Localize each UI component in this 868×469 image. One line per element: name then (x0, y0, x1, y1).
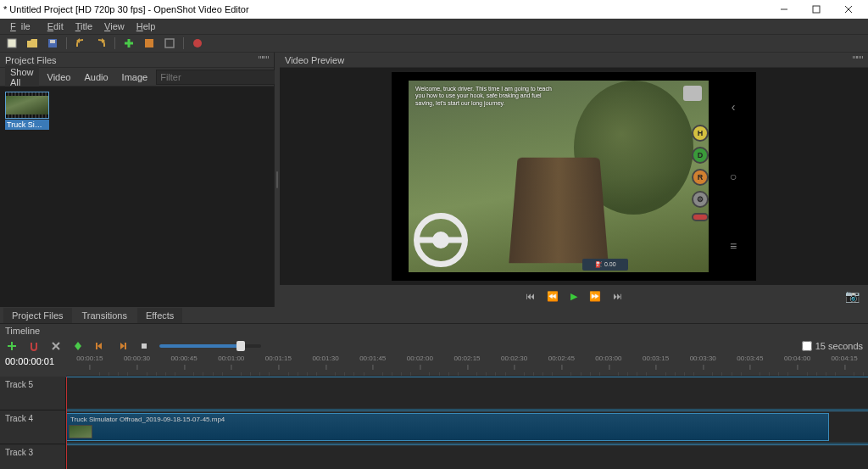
razor-icon[interactable] (49, 339, 63, 353)
filter-audio[interactable]: Audio (79, 70, 113, 84)
timeline-header: Timeline (5, 326, 40, 336)
track-header[interactable]: Track 4 (0, 410, 66, 444)
import-files-icon[interactable] (122, 36, 136, 50)
svg-point-11 (193, 39, 202, 47)
clip-thumbnail (69, 425, 92, 438)
game-d-button: D (692, 147, 709, 164)
dock-icon[interactable] (853, 56, 863, 64)
menu-title[interactable]: Title (70, 20, 97, 32)
new-project-icon[interactable] (5, 36, 19, 50)
snap-checkbox[interactable] (802, 341, 812, 351)
project-files-header: Project Files (5, 55, 57, 65)
add-marker-icon[interactable] (71, 339, 85, 353)
track-row: Track 5 (0, 377, 868, 410)
tab-effects[interactable]: Effects (137, 308, 182, 323)
filter-input[interactable] (156, 70, 281, 85)
fast-forward-icon[interactable]: ⏩ (589, 291, 601, 302)
ruler-tick: 00:03:30 (690, 355, 716, 362)
svg-rect-18 (142, 343, 147, 349)
ruler-tick: 00:03:15 (643, 355, 669, 362)
track-body[interactable]: Truck Simulator Offroad_2019-09-18-15-07… (66, 410, 868, 444)
snap-interval[interactable]: 15 seconds (802, 341, 863, 351)
snapshot-icon[interactable]: 📷 (845, 289, 860, 303)
ruler-tick: 00:00:15 (76, 355, 103, 362)
window-title: * Untitled Project [HD 720p 30 fps] - Op… (3, 4, 249, 14)
timeline-ruler[interactable]: 00:00:1500:00:3000:00:4500:01:0000:01:15… (66, 355, 868, 377)
ruler-tick: 00:01:30 (312, 355, 338, 362)
fullscreen-icon[interactable] (163, 36, 176, 50)
svg-rect-9 (145, 39, 153, 47)
minimize-button[interactable] (768, 0, 800, 19)
ruler-tick: 00:01:00 (218, 355, 244, 362)
maximize-button[interactable] (800, 0, 832, 19)
preview-caption: Welcome, truck driver. This time I am go… (415, 86, 559, 107)
center-playhead-icon[interactable] (137, 339, 151, 353)
ruler-tick: 00:01:15 (265, 355, 292, 362)
filter-video[interactable]: Video (42, 70, 76, 84)
track-body[interactable] (66, 377, 868, 410)
transport-controls: ⏮ ⏪ ▶ ⏩ ⏭ 📷 (280, 285, 868, 307)
timeline-panel: Timeline 15 seconds 00:00:00:01 00:00:15… (0, 324, 868, 469)
prev-marker-icon[interactable] (93, 339, 107, 353)
menu-help[interactable]: Help (131, 20, 161, 32)
menu-edit[interactable]: Edit (42, 20, 69, 32)
tab-transitions[interactable]: Transitions (74, 308, 136, 323)
preview-frame: Welcome, truck driver. This time I am go… (392, 72, 756, 281)
next-marker-icon[interactable] (115, 339, 129, 353)
bottom-tabs: Project Files Transitions Effects (0, 307, 868, 324)
filter-show-all[interactable]: Show All (5, 65, 39, 89)
game-side-buttons: H D R ⚙ (692, 125, 709, 221)
save-project-icon[interactable] (46, 36, 59, 50)
menu-file[interactable]: File (5, 20, 41, 32)
game-h-button: H (692, 125, 709, 142)
menu-view[interactable]: View (99, 20, 130, 32)
open-project-icon[interactable] (25, 36, 39, 50)
ruler-tick: 00:03:45 (737, 355, 763, 362)
ruler-tick: 00:01:45 (359, 355, 386, 362)
thumbnail-image (5, 92, 49, 119)
ruler-tick: 00:04:15 (832, 355, 858, 362)
ruler-tick: 00:02:15 (453, 355, 480, 362)
steering-wheel-icon (414, 213, 468, 267)
zoom-slider[interactable] (159, 344, 261, 348)
jump-start-icon[interactable]: ⏮ (526, 291, 535, 301)
export-video-icon[interactable] (191, 36, 204, 50)
device-nav-bar: ‹ ○ ≡ (714, 72, 753, 281)
thumbnail-label: Truck Simulator ... (5, 120, 49, 130)
rewind-icon[interactable]: ⏪ (547, 291, 559, 302)
svg-rect-1 (813, 6, 820, 13)
play-icon[interactable]: ▶ (570, 291, 577, 302)
snapping-icon[interactable] (27, 339, 41, 353)
nav-recent-icon: ≡ (730, 239, 737, 253)
timecode-display: 00:00:00:01 (0, 355, 66, 377)
game-r-button: R (692, 169, 709, 186)
gear-icon: ⚙ (692, 191, 709, 208)
redo-icon[interactable] (94, 36, 108, 50)
close-button[interactable] (832, 0, 865, 19)
track-header[interactable]: Track 5 (0, 377, 66, 410)
preview-viewport[interactable]: Welcome, truck driver. This time I am go… (280, 68, 868, 285)
project-files-pane: Project Files Show All Video Audio Image… (0, 53, 275, 307)
ruler-tick: 00:02:00 (407, 355, 433, 362)
ruler-tick: 00:00:45 (171, 355, 198, 362)
tab-project-files[interactable]: Project Files (3, 308, 72, 323)
profile-icon[interactable] (142, 36, 156, 50)
jump-end-icon[interactable]: ⏭ (613, 291, 622, 301)
video-preview-pane: Video Preview Welcome, truck driver. Thi… (280, 53, 868, 307)
track-body[interactable] (66, 444, 868, 469)
ruler-tick: 00:02:30 (501, 355, 527, 362)
track-header[interactable]: Track 3 (0, 444, 66, 469)
filter-image[interactable]: Image (117, 70, 153, 84)
timeline-clip[interactable]: Truck Simulator Offroad_2019-09-18-15-07… (66, 413, 829, 441)
dock-icon[interactable] (259, 56, 269, 64)
track-row: Track 4Truck Simulator Offroad_2019-09-1… (0, 410, 868, 444)
thumbnail-area[interactable]: Truck Simulator ... (0, 87, 274, 307)
project-file-thumbnail[interactable]: Truck Simulator ... (5, 92, 49, 130)
track-row: Track 3 (0, 444, 868, 469)
ruler-tick: 00:00:30 (124, 355, 150, 362)
svg-rect-10 (165, 39, 174, 47)
undo-icon[interactable] (74, 36, 87, 50)
timeline-toolbar: 15 seconds (0, 338, 868, 355)
add-track-icon[interactable] (5, 339, 19, 353)
window-titlebar: * Untitled Project [HD 720p 30 fps] - Op… (0, 0, 868, 19)
